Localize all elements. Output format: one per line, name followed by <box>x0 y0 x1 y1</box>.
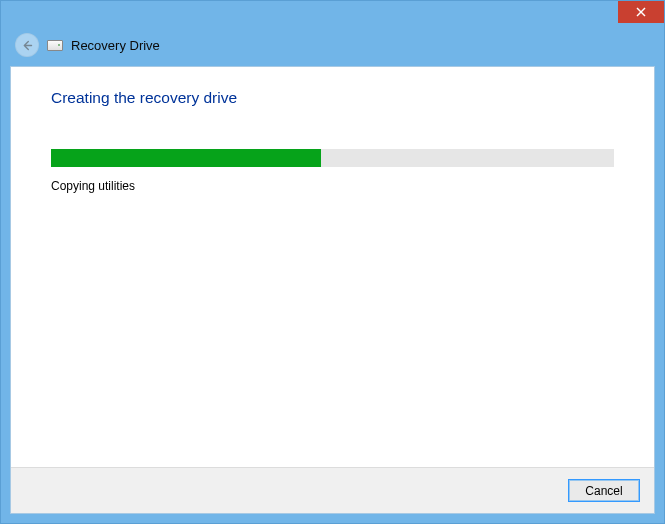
wizard-window: Recovery Drive Creating the recovery dri… <box>0 0 665 524</box>
cancel-button[interactable]: Cancel <box>568 479 640 502</box>
close-button[interactable] <box>618 1 664 23</box>
content-area: Creating the recovery drive Copying util… <box>10 66 655 514</box>
close-icon <box>636 7 646 17</box>
status-text: Copying utilities <box>51 179 614 193</box>
footer: Cancel <box>11 467 654 513</box>
titlebar <box>1 1 664 29</box>
window-title: Recovery Drive <box>71 38 160 53</box>
back-arrow-icon <box>21 39 34 52</box>
progress-bar <box>51 149 614 167</box>
drive-icon <box>47 40 63 51</box>
page-heading: Creating the recovery drive <box>51 89 614 107</box>
header-row: Recovery Drive <box>1 29 664 61</box>
content-inner: Creating the recovery drive Copying util… <box>11 67 654 193</box>
progress-fill <box>51 149 321 167</box>
back-button <box>15 33 39 57</box>
